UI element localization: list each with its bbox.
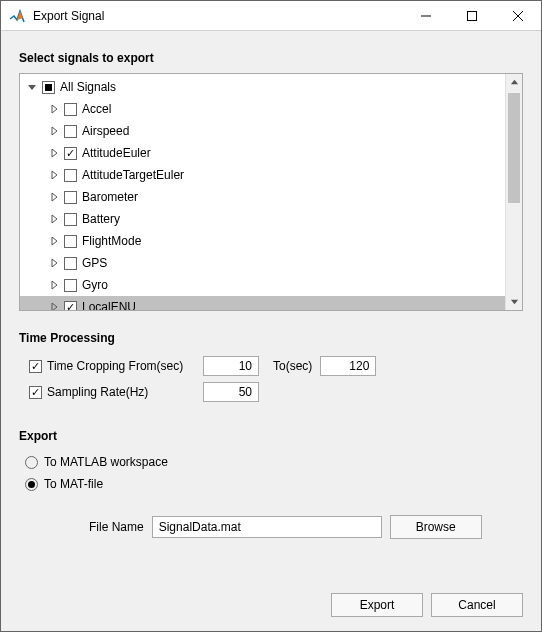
tree-row[interactable]: Barometer (20, 186, 505, 208)
tree-item-checkbox[interactable]: ✓ (64, 301, 77, 311)
export-matfile-label: To MAT-file (44, 477, 103, 491)
tree-item-checkbox[interactable] (64, 191, 77, 204)
tree-item-checkbox[interactable] (64, 235, 77, 248)
expander-right-icon[interactable] (48, 125, 60, 137)
tree-item-label: Airspeed (82, 124, 129, 138)
expander-right-icon[interactable] (48, 257, 60, 269)
expander-right-icon[interactable] (48, 147, 60, 159)
tree-row[interactable]: Accel (20, 98, 505, 120)
tree-item-label: Accel (82, 102, 111, 116)
tree-row[interactable]: ✓LocalENU (20, 296, 505, 310)
file-name-input[interactable] (152, 516, 382, 538)
time-cropping-row: ✓ Time Cropping From(sec) To(sec) (29, 353, 523, 379)
time-cropping-checkbox[interactable]: ✓ (29, 360, 42, 373)
tree-scrollbar[interactable] (505, 74, 522, 310)
tree-item-checkbox[interactable]: ✓ (64, 147, 77, 160)
tree-item-checkbox[interactable] (64, 125, 77, 138)
tree-row[interactable]: Gyro (20, 274, 505, 296)
tree-item-label: FlightMode (82, 234, 141, 248)
tree-item-label: LocalENU (82, 300, 136, 310)
crop-to-input[interactable] (320, 356, 376, 376)
tree-item-checkbox[interactable] (64, 213, 77, 226)
tree-root-checkbox[interactable] (42, 81, 55, 94)
tree-item-label: Battery (82, 212, 120, 226)
tree-item-label: Gyro (82, 278, 108, 292)
window-title: Export Signal (33, 9, 403, 23)
browse-button[interactable]: Browse (390, 515, 482, 539)
file-name-row: File Name Browse (89, 515, 523, 539)
export-section: Export To MATLAB workspace To MAT-file F… (19, 423, 523, 539)
crop-from-input[interactable] (203, 356, 259, 376)
scroll-thumb[interactable] (508, 93, 520, 203)
svg-rect-1 (468, 11, 477, 20)
expander-right-icon[interactable] (48, 279, 60, 291)
tree-item-label: AttitudeEuler (82, 146, 151, 160)
minimize-button[interactable] (403, 1, 449, 31)
tree-item-label: AttitudeTargetEuler (82, 168, 184, 182)
tree-item-label: GPS (82, 256, 107, 270)
tree-row[interactable]: ✓AttitudeEuler (20, 142, 505, 164)
close-button[interactable] (495, 1, 541, 31)
tree-root-label: All Signals (60, 80, 116, 94)
time-processing-heading: Time Processing (19, 331, 523, 345)
expander-right-icon[interactable] (48, 213, 60, 225)
expander-right-icon[interactable] (48, 191, 60, 203)
expander-right-icon[interactable] (48, 301, 60, 310)
export-heading: Export (19, 429, 523, 443)
tree-row[interactable]: AttitudeTargetEuler (20, 164, 505, 186)
matlab-icon (9, 8, 25, 24)
file-name-label: File Name (89, 520, 144, 534)
signal-tree-body[interactable]: All Signals AccelAirspeed✓AttitudeEulerA… (20, 74, 505, 310)
expander-right-icon[interactable] (48, 235, 60, 247)
tree-item-checkbox[interactable] (64, 279, 77, 292)
tree-item-checkbox[interactable] (64, 169, 77, 182)
tree-item-checkbox[interactable] (64, 257, 77, 270)
sampling-rate-checkbox[interactable]: ✓ (29, 386, 42, 399)
tree-item-checkbox[interactable] (64, 103, 77, 116)
sampling-rate-row: ✓ Sampling Rate(Hz) (29, 379, 523, 405)
export-workspace-row[interactable]: To MATLAB workspace (25, 451, 523, 473)
tree-root-row[interactable]: All Signals (20, 76, 505, 98)
time-processing-section: Time Processing ✓ Time Cropping From(sec… (19, 325, 523, 405)
tree-row[interactable]: FlightMode (20, 230, 505, 252)
titlebar: Export Signal (1, 1, 541, 31)
tree-item-label: Barometer (82, 190, 138, 204)
expander-right-icon[interactable] (48, 103, 60, 115)
export-matfile-radio[interactable] (25, 478, 38, 491)
dialog-content: Select signals to export All Signals Acc… (1, 31, 541, 631)
cancel-button[interactable]: Cancel (431, 593, 523, 617)
sampling-rate-label: Sampling Rate(Hz) (47, 385, 195, 399)
expander-down-icon[interactable] (26, 81, 38, 93)
scroll-down-icon[interactable] (506, 293, 522, 310)
sampling-rate-input[interactable] (203, 382, 259, 402)
tree-row[interactable]: Battery (20, 208, 505, 230)
export-workspace-radio[interactable] (25, 456, 38, 469)
signal-tree: All Signals AccelAirspeed✓AttitudeEulerA… (19, 73, 523, 311)
crop-to-label: To(sec) (273, 359, 312, 373)
select-signals-heading: Select signals to export (19, 51, 523, 65)
maximize-button[interactable] (449, 1, 495, 31)
export-workspace-label: To MATLAB workspace (44, 455, 168, 469)
scroll-up-icon[interactable] (506, 74, 522, 91)
tree-row[interactable]: Airspeed (20, 120, 505, 142)
dialog-footer: Export Cancel (19, 571, 523, 617)
tree-row[interactable]: GPS (20, 252, 505, 274)
expander-right-icon[interactable] (48, 169, 60, 181)
export-button[interactable]: Export (331, 593, 423, 617)
export-matfile-row[interactable]: To MAT-file (25, 473, 523, 495)
time-cropping-label: Time Cropping From(sec) (47, 359, 195, 373)
